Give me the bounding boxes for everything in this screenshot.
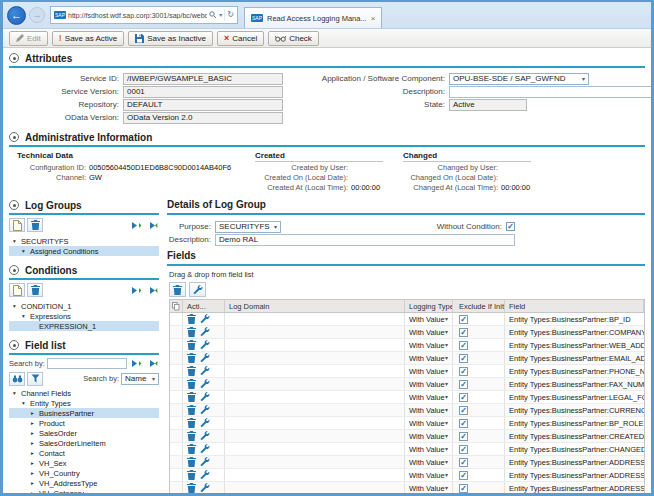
refresh-icon[interactable]: ↻ [227, 11, 234, 19]
edit-button[interactable]: Edit [9, 31, 48, 46]
back-button[interactable]: ← [7, 6, 26, 25]
delete-row-icon[interactable] [187, 353, 196, 363]
chevron-down-icon[interactable]: ▾ [22, 248, 30, 254]
expand-all-icon[interactable] [129, 358, 143, 370]
drag-cell[interactable] [170, 404, 183, 416]
search-by-select[interactable]: Name▾ [121, 373, 159, 385]
logging-type-select[interactable]: With Value▾ [405, 391, 453, 403]
delete-row-icon[interactable] [187, 405, 196, 415]
logging-type-select[interactable]: With Value▾ [405, 378, 453, 390]
logging-type-select[interactable]: With Value▾ [405, 365, 453, 377]
drag-cell[interactable] [170, 430, 183, 442]
tree-item-expression-1[interactable]: EXPRESSION_1 [9, 321, 159, 331]
delete-row-icon[interactable] [187, 483, 196, 493]
log-domain-cell[interactable] [225, 378, 405, 390]
log-domain-cell[interactable] [225, 313, 405, 325]
column-header-exclude[interactable]: Exclude If Initial [453, 300, 505, 312]
log-domain-cell[interactable] [225, 365, 405, 377]
close-icon[interactable]: × [371, 14, 376, 23]
chevron-down-icon[interactable]: ▾ [13, 238, 21, 244]
delete-row-icon[interactable] [187, 366, 196, 376]
chevron-right-icon[interactable]: ▸ [31, 430, 39, 436]
drag-cell[interactable] [170, 339, 183, 351]
log-domain-cell[interactable] [225, 339, 405, 351]
delete-row-icon[interactable] [187, 314, 196, 324]
chevron-right-icon[interactable]: ▸ [31, 450, 39, 456]
delete-row-icon[interactable] [187, 457, 196, 467]
delete-row-icon[interactable] [187, 470, 196, 480]
exclude-checkbox[interactable]: ✓ [459, 393, 468, 402]
delete-condition-button[interactable] [27, 283, 43, 297]
tree-item-channel-fields[interactable]: ▾Channel Fields [9, 388, 159, 398]
column-header-log-domain[interactable]: Log Domain [225, 300, 405, 312]
drag-cell[interactable] [170, 352, 183, 364]
edit-row-icon[interactable] [200, 353, 210, 363]
edit-row-icon[interactable] [200, 483, 210, 493]
logging-type-select[interactable]: With Value▾ [405, 326, 453, 338]
tree-item-vh-country[interactable]: ▸VH_Country [9, 468, 159, 478]
log-domain-cell[interactable] [225, 443, 405, 455]
chevron-right-icon[interactable]: ▸ [31, 410, 39, 416]
logging-type-select[interactable]: With Value▾ [405, 430, 453, 442]
browser-tab[interactable]: SAP Read Access Logging Mana... × [244, 7, 382, 28]
tree-item-product[interactable]: ▸Product [9, 418, 159, 428]
delete-row-icon[interactable] [187, 379, 196, 389]
drag-cell[interactable] [170, 365, 183, 377]
drag-cell[interactable] [170, 456, 183, 468]
drag-cell[interactable] [170, 326, 183, 338]
exclude-checkbox[interactable]: ✓ [459, 406, 468, 415]
tree-item-vh-category[interactable]: ▸VH_Category [9, 488, 159, 493]
logging-type-select[interactable]: With Value▾ [405, 417, 453, 429]
log-domain-cell[interactable] [225, 326, 405, 338]
save-as-inactive-button[interactable]: Save as Inactive [128, 31, 213, 46]
edit-row-icon[interactable] [200, 392, 210, 402]
new-condition-button[interactable] [9, 283, 25, 297]
exclude-checkbox[interactable]: ✓ [459, 484, 468, 493]
edit-row-icon[interactable] [200, 418, 210, 428]
url-text[interactable]: http://fsdhost.wdf.sap.corp:3001/sap/bc/… [68, 12, 207, 19]
drag-cell[interactable] [170, 378, 183, 390]
log-domain-cell[interactable] [225, 430, 405, 442]
collapse-all-icon[interactable] [145, 219, 159, 231]
chevron-right-icon[interactable]: ▸ [31, 480, 39, 486]
drag-cell[interactable] [170, 391, 183, 403]
logging-type-select[interactable]: With Value▾ [405, 456, 453, 468]
find-button[interactable] [9, 372, 25, 386]
edit-row-icon[interactable] [200, 366, 210, 376]
tree-item-assigned-conditions[interactable]: ▾Assigned Conditions [9, 246, 159, 256]
exclude-checkbox[interactable]: ✓ [459, 445, 468, 454]
drag-cell[interactable] [170, 482, 183, 493]
tree-item-businesspartner[interactable]: ▸BusinessPartner [9, 408, 159, 418]
logging-type-select[interactable]: With Value▾ [405, 339, 453, 351]
cancel-button[interactable]: × Cancel [217, 31, 264, 46]
delete-row-icon[interactable] [187, 444, 196, 454]
edit-row-icon[interactable] [200, 444, 210, 454]
exclude-checkbox[interactable]: ✓ [459, 328, 468, 337]
drag-cell[interactable] [170, 443, 183, 455]
log-domain-cell[interactable] [225, 391, 405, 403]
section-toggle-icon[interactable] [9, 132, 19, 142]
drag-cell[interactable] [170, 417, 183, 429]
exclude-checkbox[interactable]: ✓ [459, 432, 468, 441]
edit-row-icon[interactable] [200, 405, 210, 415]
section-toggle-icon[interactable] [9, 340, 19, 350]
exclude-checkbox[interactable]: ✓ [459, 354, 468, 363]
settings-field-button[interactable] [189, 282, 206, 297]
edit-row-icon[interactable] [200, 340, 210, 350]
column-header-actions[interactable]: Acti... [183, 300, 225, 312]
filter-button[interactable] [27, 372, 43, 386]
exclude-checkbox[interactable]: ✓ [459, 471, 468, 480]
purpose-select[interactable]: SECURITYFS▾ [215, 221, 281, 233]
tree-item-condition-1[interactable]: ▾CONDITION_1 [9, 301, 159, 311]
exclude-checkbox[interactable]: ✓ [459, 380, 468, 389]
logging-type-select[interactable]: With Value▾ [405, 404, 453, 416]
log-domain-cell[interactable] [225, 404, 405, 416]
edit-row-icon[interactable] [200, 327, 210, 337]
section-toggle-icon[interactable] [9, 200, 19, 210]
chevron-right-icon[interactable]: ▸ [31, 460, 39, 466]
delete-row-icon[interactable] [187, 431, 196, 441]
collapse-all-icon[interactable] [145, 358, 159, 370]
expand-all-icon[interactable] [129, 284, 143, 296]
address-bar[interactable]: SAP http://fsdhost.wdf.sap.corp:3001/sap… [50, 6, 238, 24]
exclude-checkbox[interactable]: ✓ [459, 341, 468, 350]
